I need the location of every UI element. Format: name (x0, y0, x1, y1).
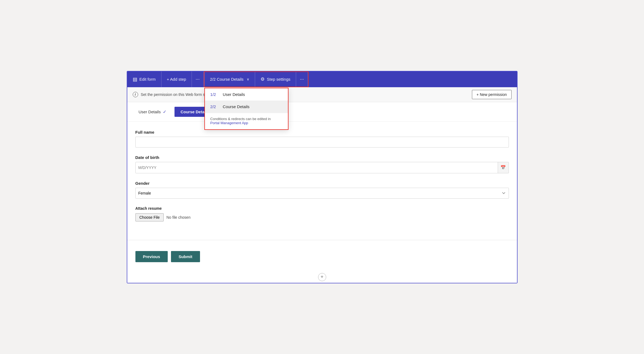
more-dots-icon: ··· (196, 76, 200, 82)
add-section-button[interactable]: + (318, 273, 326, 281)
form-editor-container: ▤ Edit form + Add step ··· 2/2 Course De… (127, 71, 518, 283)
edit-form-label: Edit form (139, 77, 156, 82)
full-name-label: Full name (135, 130, 509, 134)
no-file-text: No file chosen (166, 215, 191, 220)
toolbar: ▤ Edit form + Add step ··· 2/2 Course De… (127, 71, 517, 87)
chevron-down-icon: ∨ (247, 77, 249, 81)
gender-field: Gender Female Male Other Prefer not to s… (135, 181, 509, 199)
date-of-birth-label: Date of birth (135, 155, 509, 160)
form-icon: ▤ (133, 76, 137, 82)
dropdown-item-num-1: 1/2 (210, 92, 218, 97)
steps-tabs: User Details ✓ Course Details (127, 102, 517, 122)
date-of-birth-input[interactable] (136, 162, 498, 173)
plus-icon: + (321, 274, 323, 280)
dropdown-item-label-1: User Details (223, 92, 245, 97)
dropdown-item-label-2: Course Details (223, 104, 249, 109)
dropdown-item-num-2: 2/2 (210, 104, 218, 109)
tab-user-details[interactable]: User Details ✓ (133, 106, 173, 117)
previous-button[interactable]: Previous (135, 251, 168, 262)
add-step-button[interactable]: + Add step (161, 71, 192, 87)
date-picker-icon[interactable]: 📅 (498, 162, 509, 173)
add-step-label: + Add step (167, 77, 186, 82)
form-actions: Previous Submit (127, 246, 517, 270)
step-settings-label: Step settings (267, 77, 290, 82)
step-dropdown-menu: 1/2 User Details 2/2 Course Details Cond… (204, 88, 288, 130)
portal-management-link[interactable]: Portal Management App (210, 121, 248, 125)
dropdown-note: Conditions & redirects can be edited in … (205, 113, 288, 129)
date-input-wrap: 📅 (135, 162, 509, 173)
edit-form-button[interactable]: ▤ Edit form (127, 71, 161, 87)
new-permission-button[interactable]: + New permission (472, 90, 512, 99)
choose-file-button[interactable]: Choose File (135, 213, 164, 221)
date-of-birth-field: Date of birth 📅 (135, 155, 509, 173)
dropdown-note-text: Conditions & redirects can be edited in (210, 117, 271, 121)
previous-label: Previous (143, 254, 160, 259)
dropdown-item-user-details[interactable]: 1/2 User Details (205, 88, 288, 101)
step-more-icon: ··· (300, 76, 304, 82)
new-permission-label: + New permission (477, 92, 507, 97)
gender-select[interactable]: Female Male Other Prefer not to say (135, 188, 509, 199)
toolbar-left: ▤ Edit form + Add step ··· (127, 71, 204, 87)
submit-button[interactable]: Submit (171, 251, 200, 262)
step-more-button[interactable]: ··· (296, 72, 308, 87)
toolbar-more-button[interactable]: ··· (192, 71, 204, 87)
form-content: Full name Date of birth 📅 Gender Female … (127, 122, 517, 234)
permission-banner: i Set the permission on this Web form so… (127, 87, 517, 102)
info-icon: i (133, 92, 138, 97)
attach-resume-label: Attach resume (135, 206, 509, 211)
file-input-wrap: Choose File No file chosen (135, 213, 509, 221)
step-settings-button[interactable]: ⚙ Step settings (255, 72, 296, 87)
check-icon: ✓ (163, 109, 166, 114)
user-details-tab-label: User Details (139, 109, 161, 114)
gear-icon: ⚙ (261, 76, 265, 82)
submit-label: Submit (179, 254, 192, 259)
full-name-input[interactable] (135, 137, 509, 148)
form-divider (127, 240, 517, 240)
gender-label: Gender (135, 181, 509, 186)
full-name-field: Full name (135, 130, 509, 148)
step-label: 2/2 Course Details (210, 77, 243, 82)
choose-file-label: Choose File (139, 215, 160, 220)
attach-resume-field: Attach resume Choose File No file chosen (135, 206, 509, 221)
bottom-plus-area: + (127, 270, 517, 283)
dropdown-item-course-details[interactable]: 2/2 Course Details (205, 101, 288, 113)
step-dropdown-section: 2/2 Course Details ∨ ⚙ Step settings ···… (204, 71, 309, 87)
step-dropdown-button[interactable]: 2/2 Course Details ∨ (204, 72, 255, 87)
